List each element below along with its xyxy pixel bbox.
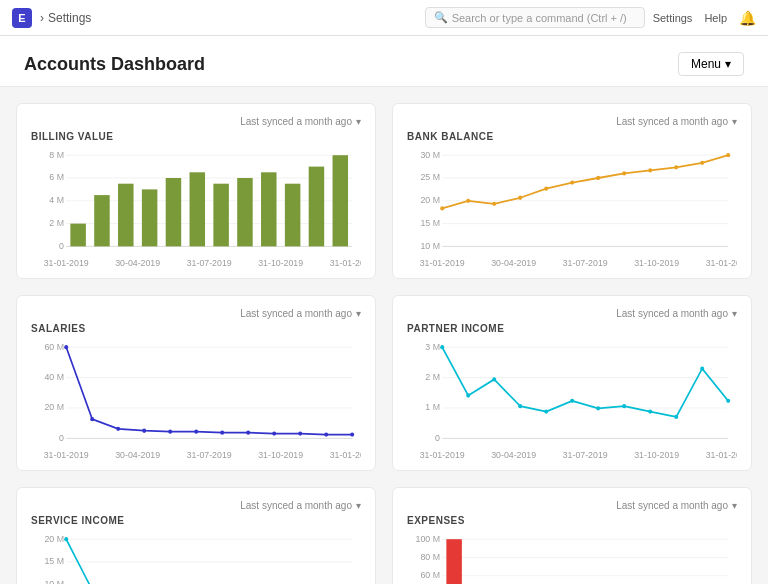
sync-label: Last synced a month ago (616, 116, 728, 127)
svg-point-55 (726, 153, 730, 157)
svg-rect-20 (166, 178, 181, 246)
svg-point-45 (466, 199, 470, 203)
sync-dropdown-icon[interactable]: ▾ (732, 308, 737, 319)
svg-point-97 (466, 393, 470, 397)
svg-text:80 M: 80 M (420, 552, 440, 562)
sync-dropdown-icon[interactable]: ▾ (732, 116, 737, 127)
svg-point-44 (440, 206, 444, 210)
svg-text:0: 0 (59, 240, 64, 250)
svg-text:20 M: 20 M (420, 195, 440, 205)
menu-button[interactable]: Menu ▾ (678, 52, 744, 76)
svg-point-100 (544, 409, 548, 413)
svg-text:31-01-2020: 31-01-2020 (706, 449, 737, 459)
svg-text:31-10-2019: 31-10-2019 (634, 449, 679, 459)
svg-text:6 M: 6 M (49, 172, 64, 182)
svg-rect-16 (70, 224, 85, 247)
sync-dropdown-icon[interactable]: ▾ (356, 116, 361, 127)
sync-label: Last synced a month ago (240, 500, 352, 511)
chart-title: SERVICE INCOME (31, 515, 361, 526)
svg-point-52 (648, 168, 652, 172)
svg-text:31-01-2019: 31-01-2019 (420, 449, 465, 459)
chart-area: 60 M40 M20 M031-01-201930-04-201931-07-2… (31, 340, 361, 460)
page-title: Accounts Dashboard (24, 54, 205, 75)
svg-point-104 (648, 409, 652, 413)
svg-text:31-10-2019: 31-10-2019 (258, 449, 303, 459)
svg-text:31-01-2019: 31-01-2019 (420, 257, 465, 267)
svg-text:31-10-2019: 31-10-2019 (634, 257, 679, 267)
svg-text:8 M: 8 M (49, 149, 64, 159)
chart-title: BILLING VALUE (31, 131, 361, 142)
sync-label: Last synced a month ago (616, 500, 728, 511)
svg-text:31-01-2020: 31-01-2020 (706, 257, 737, 267)
svg-text:31-01-2019: 31-01-2019 (44, 257, 89, 267)
sync-dropdown-icon[interactable]: ▾ (732, 500, 737, 511)
chart-card-bank-balance: Last synced a month ago ▾ BANK BALANCE30… (392, 103, 752, 279)
svg-text:30-04-2019: 30-04-2019 (115, 257, 160, 267)
chart-card-billing-value: Last synced a month ago ▾ BILLING VALUE8… (16, 103, 376, 279)
svg-text:31-07-2019: 31-07-2019 (187, 449, 232, 459)
svg-text:31-07-2019: 31-07-2019 (563, 257, 608, 267)
svg-text:2 M: 2 M (49, 218, 64, 228)
svg-point-73 (142, 429, 146, 433)
svg-rect-19 (142, 189, 157, 246)
chart-area: 100 M80 M60 M40 M20 M031-01-201930-04-20… (407, 532, 737, 584)
svg-rect-22 (213, 184, 228, 247)
svg-point-79 (298, 431, 302, 435)
chart-title: BANK BALANCE (407, 131, 737, 142)
svg-text:31-10-2019: 31-10-2019 (258, 257, 303, 267)
card-header: Last synced a month ago ▾ (407, 116, 737, 127)
svg-text:3 M: 3 M (425, 341, 440, 351)
svg-text:0: 0 (59, 432, 64, 442)
chart-title: PARTNER INCOME (407, 323, 737, 334)
chart-area: 8 M6 M4 M2 M031-01-201930-04-201931-07-2… (31, 148, 361, 268)
chart-area: 30 M25 M20 M15 M10 M31-01-201930-04-2019… (407, 148, 737, 268)
top-nav: E › Settings 🔍 Search or type a command … (0, 0, 768, 36)
sync-label: Last synced a month ago (616, 308, 728, 319)
help-menu[interactable]: Help (704, 12, 727, 24)
svg-point-71 (90, 417, 94, 421)
settings-menu[interactable]: Settings (653, 12, 693, 24)
svg-point-98 (492, 377, 496, 381)
svg-text:15 M: 15 M (44, 556, 64, 566)
svg-text:0: 0 (435, 432, 440, 442)
nav-right: Settings Help 🔔 (653, 10, 756, 26)
menu-button-label: Menu (691, 57, 721, 71)
card-header: Last synced a month ago ▾ (31, 308, 361, 319)
sync-dropdown-icon[interactable]: ▾ (356, 500, 361, 511)
nav-search[interactable]: 🔍 Search or type a command (Ctrl + /) (425, 7, 645, 28)
svg-text:31-01-2020: 31-01-2020 (330, 257, 361, 267)
svg-point-72 (116, 427, 120, 431)
svg-point-124 (64, 537, 68, 541)
svg-point-49 (570, 180, 574, 184)
nav-breadcrumb: › Settings (40, 11, 91, 25)
svg-point-75 (194, 430, 198, 434)
svg-point-74 (168, 430, 172, 434)
svg-text:30 M: 30 M (420, 149, 440, 159)
svg-point-101 (570, 399, 574, 403)
chart-area: 20 M15 M10 M5 M031-01-201930-04-201931-0… (31, 532, 361, 584)
bell-icon[interactable]: 🔔 (739, 10, 756, 26)
svg-text:31-01-2019: 31-01-2019 (44, 449, 89, 459)
card-header: Last synced a month ago ▾ (407, 500, 737, 511)
card-header: Last synced a month ago ▾ (31, 500, 361, 511)
svg-point-70 (64, 345, 68, 349)
svg-text:10 M: 10 M (420, 240, 440, 250)
svg-rect-24 (261, 172, 276, 246)
svg-text:31-07-2019: 31-07-2019 (187, 257, 232, 267)
sync-dropdown-icon[interactable]: ▾ (356, 308, 361, 319)
sync-label: Last synced a month ago (240, 116, 352, 127)
svg-rect-17 (94, 195, 109, 246)
chart-card-expenses: Last synced a month ago ▾ EXPENSES100 M8… (392, 487, 752, 584)
svg-point-81 (350, 432, 354, 436)
svg-point-102 (596, 406, 600, 410)
svg-text:60 M: 60 M (44, 341, 64, 351)
svg-point-47 (518, 196, 522, 200)
svg-point-48 (544, 186, 548, 190)
nav-breadcrumb-label[interactable]: Settings (48, 11, 91, 25)
svg-point-53 (674, 165, 678, 169)
svg-point-54 (700, 161, 704, 165)
svg-rect-27 (333, 155, 348, 246)
svg-point-106 (700, 366, 704, 370)
svg-rect-21 (190, 172, 205, 246)
svg-text:15 M: 15 M (420, 218, 440, 228)
